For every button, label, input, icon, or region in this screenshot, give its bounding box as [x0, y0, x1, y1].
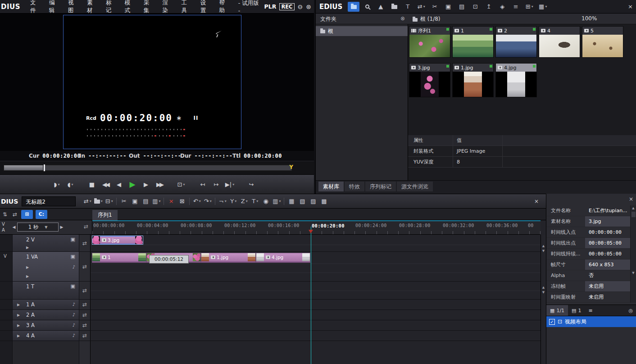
tree-item-root[interactable]: 根	[316, 26, 408, 36]
open-project-button[interactable]	[93, 196, 104, 207]
open-folder-button[interactable]	[388, 2, 400, 12]
timeline-clip-3jpg[interactable]: 3.jpg	[92, 236, 143, 245]
goto-out-button[interactable]: ↦	[210, 178, 223, 191]
patch-v-label[interactable]: V	[2, 222, 5, 227]
track-header-1t[interactable]: 1 T ▣	[13, 282, 79, 299]
bin-clip-1[interactable]: 1	[452, 26, 494, 58]
rec-button[interactable]: REC	[279, 3, 294, 10]
expand-icon[interactable]: ▶	[26, 265, 29, 269]
menu-render[interactable]: 渲染	[158, 0, 177, 14]
audio-fade-button[interactable]: Z	[239, 196, 250, 207]
keyboard-tool-4[interactable]: ▩	[318, 196, 329, 207]
track-header-1a[interactable]: ▶ 1 A ♪	[13, 300, 79, 309]
upload-button[interactable]: ↥	[483, 2, 495, 12]
close-icon[interactable]: ⊗	[306, 3, 311, 10]
transfer-button[interactable]: ⇄	[415, 2, 427, 12]
playhead-line[interactable]	[311, 227, 311, 364]
bin-clip-1jpg[interactable]: 1.jpg	[452, 63, 494, 97]
bin-clip-2[interactable]: 2	[495, 26, 537, 58]
seek-position-handle[interactable]	[44, 164, 45, 171]
track-header-2a[interactable]: ▶ 2 A ♪	[13, 310, 79, 320]
previous-frame-button[interactable]: ◀	[113, 178, 125, 191]
paste-special-button[interactable]: ▥	[151, 196, 162, 207]
timeline-clip-1[interactable]: 1	[92, 253, 146, 263]
bin-clip-5[interactable]: 5	[582, 26, 623, 58]
expand-icon[interactable]: ▶	[17, 323, 20, 328]
tab-sequence-markers[interactable]: 序列标记	[365, 182, 396, 191]
transition-button[interactable]: Y	[228, 196, 239, 207]
swap-icon[interactable]: ⇄	[79, 252, 91, 281]
scroll-down-icon[interactable]: ▼	[631, 270, 636, 276]
set-out-button[interactable]: ◖	[64, 178, 77, 191]
capture-button[interactable]: ▲	[375, 2, 386, 12]
new-folder-button[interactable]	[348, 2, 359, 12]
ripple-delete-button[interactable]: ⊠	[177, 196, 187, 207]
menu-clip[interactable]: 素材	[82, 0, 101, 14]
play-button[interactable]: ▶	[126, 178, 139, 191]
keyboard-tool-2[interactable]: ▧	[297, 196, 308, 207]
scroll-down-icon[interactable]: ▼	[541, 290, 546, 295]
title-tool-button[interactable]: T	[250, 196, 260, 207]
menu-file[interactable]: 文件	[26, 0, 45, 14]
save-project-button[interactable]: ⊟	[104, 196, 114, 207]
toolbox-button[interactable]: ▦	[537, 2, 549, 12]
track-patch-icon[interactable]: ⇄	[10, 210, 20, 219]
info-vertical-scrollbar[interactable]: ▲ ▼	[630, 205, 636, 303]
scroll-up-icon[interactable]: ▲	[541, 244, 546, 249]
undo-button[interactable]: ↶	[191, 196, 202, 207]
timeline-clip-4jpg[interactable]: 4.jpg	[256, 253, 310, 263]
swap-icon[interactable]: ⇄	[84, 223, 88, 230]
track-lane-1a[interactable]	[91, 300, 541, 309]
menu-tools[interactable]: 工具	[177, 0, 196, 14]
paste-button[interactable]: ▤	[456, 2, 468, 12]
folder-panel-close-icon[interactable]: ⊗	[400, 15, 405, 22]
menu-marker[interactable]: 标记	[101, 0, 120, 14]
swap-icon[interactable]: ⇄	[79, 282, 91, 299]
menu-help[interactable]: 帮助	[215, 0, 234, 14]
expand-icon[interactable]: ▶	[17, 313, 20, 317]
menu-view[interactable]: 视图	[64, 0, 82, 14]
keyboard-tool-3[interactable]: ▨	[308, 196, 318, 207]
scroll-up-icon[interactable]: ▲	[541, 285, 546, 290]
expand-icon[interactable]: ▶	[17, 334, 20, 338]
plr-button[interactable]: PLR	[264, 3, 277, 10]
tab-source-browser[interactable]: 源文件浏览	[397, 182, 433, 191]
ripple-mode-toggle[interactable]: C:	[36, 210, 47, 219]
video-layout-checkbox[interactable]: ✓	[549, 319, 555, 325]
swap-icon[interactable]: ⇄	[79, 320, 91, 330]
effects-button[interactable]: ◈	[496, 2, 508, 12]
expand-icon[interactable]: ▶	[26, 274, 29, 278]
next-frame-button[interactable]: ▶	[140, 178, 152, 191]
list-view-button[interactable]: ≡	[510, 2, 522, 12]
copy-button[interactable]: ▣	[442, 2, 454, 12]
loop-play-button[interactable]: ⊡	[175, 178, 187, 191]
scroll-down-icon[interactable]: ▼	[541, 249, 546, 254]
page-tab[interactable]: ▦1/1	[546, 305, 568, 316]
track-lane-3a[interactable]	[91, 320, 541, 330]
track-lane-4a[interactable]	[91, 331, 541, 341]
track-header-3a[interactable]: ▶ 3 A ♪	[13, 320, 79, 330]
shuttle-zone[interactable]	[4, 165, 43, 170]
bin-clip-3jpg[interactable]: 3.jpg	[409, 63, 450, 97]
track-lane-2a[interactable]	[91, 310, 541, 320]
bin-clip-4jpg[interactable]: 4.jpg	[495, 63, 537, 97]
tab-bin[interactable]: 素材库	[318, 182, 344, 191]
video-layout-row[interactable]: ✓ ⊡ 视频布局	[546, 316, 636, 327]
timeline-vertical-scrollbar[interactable]: ▲ ▼ ▲ ▼	[541, 235, 546, 364]
timeline-ruler[interactable]: 00:00:00:00 00:00:04:00 00:00:08:00 00:0…	[92, 220, 541, 234]
expand-icon[interactable]: ▶	[26, 246, 29, 250]
track-header-2v[interactable]: 2 V ▣ ▶	[13, 235, 79, 251]
clip-tab[interactable]: ▤1	[568, 305, 585, 316]
delete-button[interactable]: ×	[166, 196, 177, 207]
send-to-timeline-button[interactable]: ↪	[245, 178, 258, 191]
cut-button[interactable]: ✂	[118, 196, 129, 207]
zoom-out-icon[interactable]: ◀	[11, 225, 17, 229]
stop-button[interactable]: ■	[86, 178, 98, 191]
patch-v-label[interactable]: V	[4, 254, 7, 259]
goto-in-button[interactable]: ↤	[196, 178, 209, 191]
cut-button[interactable]: ✂	[429, 2, 441, 12]
reset-button[interactable]: ◎	[625, 305, 636, 316]
bin-close-icon[interactable]: ×	[628, 3, 633, 10]
track-header-1va[interactable]: 1 VA ▣ ▶ ♪ ▶	[13, 252, 79, 281]
search-button[interactable]	[361, 2, 373, 12]
